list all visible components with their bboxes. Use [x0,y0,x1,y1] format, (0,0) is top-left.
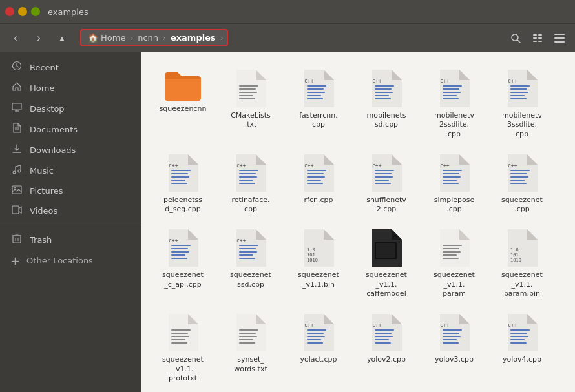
svg-rect-53 [510,92,528,93]
svg-rect-90 [510,180,525,181]
file-item[interactable]: CMakeLists.txt [222,65,280,143]
sidebar-item-recent[interactable]: Recent [0,57,141,77]
sidebar-item-pictures[interactable]: Pictures [0,181,141,201]
search-button[interactable] [505,28,526,48]
file-label: mobilenetssd.cpp [366,111,406,130]
file-item[interactable]: c++ squeezenet.cpp [493,149,551,218]
file-item[interactable]: squeezencnn [154,65,212,143]
svg-rect-102 [239,254,253,256]
desktop-icon [10,102,23,115]
file-item[interactable]: c++ squeezenetssd.cpp [222,224,280,302]
file-label: squeezenet_v1.1.param.bin [501,271,543,298]
file-item[interactable]: c++ peleenetssd_seg.cpp [154,149,212,218]
sidebar-item-music[interactable]: Music [0,160,141,181]
sidebar-label-recent: Recent [30,63,59,72]
breadcrumb-examples[interactable]: examples [167,32,220,44]
svg-rect-32 [239,98,255,99]
breadcrumb-toggle-button[interactable]: ▲ [52,28,72,48]
svg-text:c++: c++ [236,238,246,243]
svg-rect-22 [12,206,19,214]
svg-rect-55 [510,98,527,99]
svg-rect-65 [239,176,257,178]
file-item[interactable]: squeezenet_v1.1.param [425,224,483,302]
svg-rect-71 [307,176,325,178]
svg-rect-34 [307,88,324,90]
svg-text:c++: c++ [304,78,314,84]
sidebar-item-videos[interactable]: Videos [0,201,141,221]
svg-rect-136 [375,336,393,337]
file-item[interactable]: squeezenet_v1.1.prototxt [154,309,212,387]
svg-rect-47 [443,92,461,93]
file-label: yolov2.cpp [367,355,406,364]
svg-rect-5 [538,37,542,39]
sidebar-item-downloads[interactable]: Downloads [0,139,141,160]
file-item[interactable]: c++ fasterrcnn.cpp [289,65,348,143]
file-item[interactable]: c++ rfcn.cpp [289,149,348,218]
file-label: peleenetssd_seg.cpp [163,196,202,214]
file-item[interactable]: c++ yolact.cpp [289,309,348,387]
svg-text:c++: c++ [169,238,178,243]
svg-rect-30 [239,92,257,93]
breadcrumb-home[interactable]: 🏠 Home [84,32,129,44]
svg-rect-83 [443,176,461,178]
file-item[interactable]: synset_words.txt [222,309,280,387]
file-item[interactable]: c++ yolov2.cpp [357,309,415,387]
svg-rect-149 [510,339,525,340]
svg-rect-118 [171,329,191,331]
file-item[interactable]: c++ mobilenetssd.cpp [357,65,415,143]
file-item[interactable]: c++ retinaface.cpp [222,149,280,218]
sidebar-item-desktop[interactable]: Desktop [0,98,141,119]
svg-text:c++: c++ [440,322,450,328]
file-item[interactable]: c++ mobilenetv3ssdlite.cpp [493,65,551,143]
file-item[interactable]: c++ shufflenetv2.cpp [357,149,415,218]
file-item[interactable]: c++ simplepose.cpp [425,149,483,218]
svg-rect-81 [443,170,462,171]
file-item[interactable]: c++ yolov4.cpp [493,309,551,387]
svg-rect-146 [510,329,530,331]
close-button[interactable] [5,7,14,16]
sidebar-item-documents[interactable]: Documents [0,119,141,139]
forward-button[interactable]: › [28,28,49,48]
cpp-file-icon: c++ [302,68,335,108]
breadcrumb-sep-2: › [163,34,166,43]
pictures-icon [10,185,23,197]
sidebar-item-trash[interactable]: Trash [0,229,141,250]
back-button[interactable]: ‹ [5,28,26,48]
view-options-button[interactable] [527,28,548,48]
svg-rect-54 [510,95,525,96]
file-item[interactable]: squeezenet_v1.1.caffemodel [357,224,415,302]
svg-rect-119 [171,333,188,334]
breadcrumb-ncnn[interactable]: ncnn [134,32,162,44]
file-label: rfcn.cpp [304,196,333,205]
file-item[interactable]: c++ yolov3.cpp [425,309,483,387]
maximize-button[interactable] [31,7,40,16]
svg-rect-70 [307,173,324,174]
sidebar-label-home: Home [30,83,54,93]
cpp-file-icon: c++ [505,313,539,353]
svg-text:c++: c++ [508,322,518,328]
sidebar-item-home[interactable]: Home [0,77,141,98]
svg-rect-123 [239,329,258,331]
svg-rect-99 [239,245,258,246]
svg-rect-8 [554,34,565,35]
svg-text:c++: c++ [236,163,246,169]
file-item[interactable]: 1 0 101 1010 squeezenet_v1.1.bin [289,224,348,302]
cpp-file-icon: c++ [505,68,539,108]
svg-rect-9 [554,37,565,39]
sidebar-item-other-locations[interactable]: + Other Locations [0,250,141,271]
svg-rect-140 [443,329,462,331]
minimize-button[interactable] [18,7,27,16]
cpp-file-icon: c++ [166,153,200,193]
file-label: mobilenetv3ssdlite.cpp [502,111,542,139]
svg-rect-101 [239,251,257,253]
menu-button[interactable] [549,28,570,48]
file-item[interactable]: 1 0 101 1010 squeezenet_v1.1.param.bin [493,224,551,302]
file-item[interactable]: c++ mobilenetv2ssdlite.cpp [425,65,483,143]
cpp-file-icon: c++ [302,153,335,193]
file-item[interactable]: c++ squeezenet_c_api.cpp [154,224,212,302]
svg-rect-82 [443,173,459,174]
svg-rect-73 [307,183,323,184]
svg-rect-43 [375,98,391,99]
svg-rect-84 [443,180,457,181]
svg-rect-6 [533,41,537,42]
